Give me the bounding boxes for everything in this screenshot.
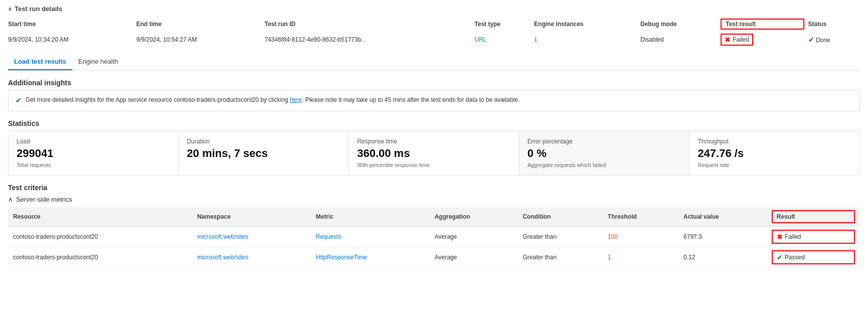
col-end-time: End time: [136, 17, 265, 32]
server-metrics-label: Server-side metrics: [16, 196, 72, 203]
statistics-section: Statistics Load 299041 Total requests Du…: [8, 119, 860, 176]
test-type-value[interactable]: URL: [474, 32, 534, 48]
test-result-box: ✖ Failed: [721, 34, 753, 46]
row0-failed-indicator: ✖ Failed: [777, 233, 801, 241]
server-metrics-header[interactable]: ∧ Server-side metrics: [8, 196, 860, 203]
row0-threshold: 100: [603, 227, 678, 247]
row0-actual: 6797.3: [678, 227, 767, 247]
col-test-type: Test type: [474, 17, 534, 32]
insights-title: Additional insights: [8, 79, 860, 87]
col-test-run-id: Test run ID: [265, 17, 475, 32]
row1-threshold: 1: [603, 247, 678, 268]
collapse-icon: ∧: [8, 196, 13, 203]
criteria-row-0: contoso-traders-productscont20 microsoft…: [8, 227, 860, 247]
row1-aggregation: Average: [430, 247, 518, 268]
criteria-col-aggregation: Aggregation: [430, 207, 518, 227]
criteria-col-actual: Actual value: [678, 207, 767, 227]
run-details-header[interactable]: ∧ Test run details: [8, 5, 860, 13]
row0-condition: Greater than: [517, 227, 602, 247]
col-status: Status: [808, 17, 860, 32]
row1-actual: 0.12: [678, 247, 767, 268]
criteria-section: Test criteria ∧ Server-side metrics Reso…: [8, 184, 860, 268]
col-debug-mode: Debug mode: [640, 17, 721, 32]
row0-metric[interactable]: Requests: [311, 227, 430, 247]
criteria-row-1: contoso-traders-productscont20 microsoft…: [8, 247, 860, 268]
insights-section: Additional insights ✔ Get more detailed …: [8, 79, 860, 111]
criteria-col-condition: Condition: [517, 207, 602, 227]
stats-cards: Load 299041 Total requests Duration 20 m…: [8, 130, 860, 176]
stat-sublabel-response-time: 90th percentile response time: [357, 162, 511, 168]
tab-engine-health[interactable]: Engine health: [72, 54, 124, 70]
status-text: Done: [816, 37, 830, 44]
stat-card-load: Load 299041 Total requests: [9, 131, 179, 175]
test-run-id-value: 74346f84-8112-4e90-8632-b51773b...: [265, 32, 475, 48]
row1-condition: Greater than: [517, 247, 602, 268]
status-value: ✔ Done: [808, 32, 860, 48]
stat-card-error-pct: Error percentage 0 % Aggregate requests …: [519, 131, 690, 175]
insights-icon: ✔: [16, 95, 22, 106]
criteria-col-metric: Metric: [311, 207, 430, 227]
tab-load-test-results[interactable]: Load test results: [8, 54, 72, 70]
criteria-table: Resource Namespace Metric Aggregation Co…: [8, 207, 860, 268]
stat-value-response-time: 360.00 ms: [357, 147, 511, 160]
row1-result-box: ✔ Passed: [772, 250, 855, 264]
debug-mode-value: Disabled: [640, 32, 721, 48]
stat-sublabel-error-pct: Aggregate requests which failed: [528, 162, 681, 168]
stat-value-error-pct: 0 %: [528, 147, 681, 160]
stat-value-throughput: 247.76 /s: [698, 147, 851, 160]
row1-resource: contoso-traders-productscont20: [8, 247, 192, 268]
col-test-result: Test result: [721, 17, 808, 32]
stat-label-throughput: Throughput: [698, 138, 851, 145]
stat-label-response-time: Response time: [357, 138, 511, 145]
page-container: ∧ Test run details Start time End time T…: [0, 0, 868, 281]
stat-value-duration: 20 mins, 7 secs: [187, 147, 341, 160]
stat-label-duration: Duration: [187, 138, 341, 145]
failed-icon: ✖: [725, 36, 731, 44]
stat-card-throughput: Throughput 247.76 /s Request rate: [689, 131, 859, 175]
stat-card-duration: Duration 20 mins, 7 secs: [179, 131, 350, 175]
row1-namespace[interactable]: microsoft.web/sites: [192, 247, 311, 268]
criteria-col-namespace: Namespace: [192, 207, 311, 227]
col-start-time: Start time: [8, 17, 136, 32]
result-col-header: Result: [772, 210, 855, 223]
row1-metric[interactable]: HttpResponseTime: [311, 247, 430, 268]
row1-result: ✔ Passed: [767, 247, 860, 268]
stat-sublabel-load: Total requests: [17, 162, 170, 168]
engine-instances-value[interactable]: 1: [534, 32, 640, 48]
chevron-icon: ∧: [8, 6, 12, 12]
insights-text: Get more detailed insights for the App s…: [26, 95, 519, 104]
start-time-value: 9/9/2024, 10:34:20 AM: [8, 32, 136, 48]
run-details-row: 9/9/2024, 10:34:20 AM 9/9/2024, 10:54:27…: [8, 32, 860, 48]
tabs-container: Load test results Engine health: [8, 54, 860, 71]
insights-banner: ✔ Get more detailed insights for the App…: [8, 90, 860, 111]
stat-label-error-pct: Error percentage: [528, 138, 681, 145]
stat-value-load: 299041: [17, 147, 170, 160]
row1-passed-indicator: ✔ Passed: [777, 253, 805, 261]
test-result-value: ✖ Failed: [721, 32, 808, 48]
row0-aggregation: Average: [430, 227, 518, 247]
end-time-value: 9/9/2024, 10:54:27 AM: [136, 32, 265, 48]
stat-card-response-time: Response time 360.00 ms 90th percentile …: [349, 131, 519, 175]
run-details-title: Test run details: [15, 5, 62, 13]
row0-result-box: ✖ Failed: [772, 230, 855, 244]
stat-sublabel-throughput: Request rate: [698, 162, 851, 168]
criteria-col-resource: Resource: [8, 207, 192, 227]
stat-label-load: Load: [17, 138, 170, 145]
statistics-title: Statistics: [8, 119, 860, 127]
criteria-col-threshold: Threshold: [603, 207, 678, 227]
done-icon: ✔: [808, 36, 814, 44]
row0-failed-icon: ✖: [777, 233, 783, 241]
criteria-col-result: Result: [767, 207, 860, 227]
row0-namespace[interactable]: microsoft.web/sites: [192, 227, 311, 247]
row0-result: ✖ Failed: [767, 227, 860, 247]
criteria-title: Test criteria: [8, 184, 860, 192]
test-result-text: Failed: [733, 36, 749, 43]
run-details-table: Start time End time Test run ID Test typ…: [8, 17, 860, 48]
col-engine-instances: Engine instances: [534, 17, 640, 32]
row0-resource: contoso-traders-productscont20: [8, 227, 192, 247]
insights-link[interactable]: here: [290, 96, 302, 103]
row1-passed-icon: ✔: [777, 253, 783, 261]
test-result-header-box: Test result: [721, 19, 804, 30]
